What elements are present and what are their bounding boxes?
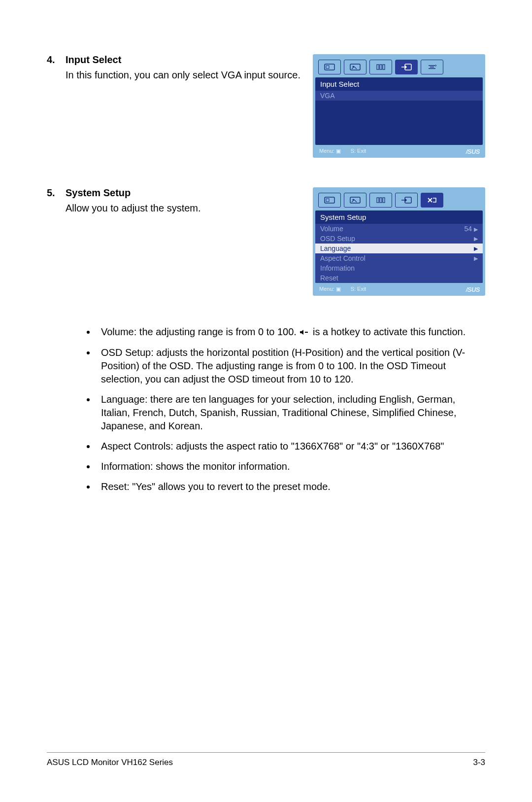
section-input-select: 4. Input Select In this function, you ca… <box>47 54 485 158</box>
osd-row-language: Language▶ <box>315 244 483 253</box>
osd-tab-setup-icon <box>421 193 443 208</box>
svg-rect-9 <box>326 199 329 202</box>
footer-page-number: 3-3 <box>473 758 485 767</box>
list-item: OSD Setup: adjusts the horizontal postit… <box>96 346 485 386</box>
section-title: System Setup <box>66 187 131 199</box>
osd-footer-menu: Menu: ▣ <box>319 286 341 292</box>
footer-product: ASUS LCD Monitor VH162 Series <box>47 758 173 767</box>
osd-footer-menu: Menu: ▣ <box>319 148 341 154</box>
volume-down-icon <box>299 326 310 339</box>
svg-rect-16 <box>305 332 308 333</box>
section-number: 5. <box>47 187 57 202</box>
osd-panel-input-select: Input Select VGA Menu: ▣ S: Exit /SUS <box>313 54 485 158</box>
svg-rect-13 <box>380 198 382 203</box>
osd-title: Input Select <box>315 77 483 91</box>
svg-rect-6 <box>383 65 385 70</box>
page-footer: ASUS LCD Monitor VH162 Series 3-3 <box>47 752 485 767</box>
section-description: Allow you to adjust the system. <box>66 202 303 215</box>
list-item: Reset: "Yes" allows you to revert to the… <box>96 480 485 493</box>
osd-footer-exit: S: Exit <box>351 286 366 292</box>
osd-tab-input-icon <box>395 60 418 74</box>
osd-tab-splendid-icon <box>318 60 341 74</box>
svg-rect-12 <box>377 198 379 203</box>
asus-logo: /SUS <box>466 286 480 293</box>
section-number: 4. <box>47 54 57 69</box>
osd-footer-exit: S: Exit <box>351 148 366 154</box>
section-system-setup: 5. System Setup Allow you to adjust the … <box>47 187 485 296</box>
list-item: Volume: the adjusting range is from 0 to… <box>96 325 485 339</box>
list-item: Aspect Controls: adjusts the aspect rati… <box>96 440 485 453</box>
osd-row-aspect: Aspect Control▶ <box>315 253 483 263</box>
svg-rect-14 <box>383 198 385 203</box>
osd-tab-setup-icon <box>421 60 443 74</box>
osd-tab-color-icon <box>369 60 392 74</box>
osd-row-volume: Volume54 ▶ <box>315 224 483 234</box>
osd-row-osd-setup: OSD Setup▶ <box>315 234 483 244</box>
section-title: Input Select <box>66 54 121 66</box>
osd-panel-system-setup: System Setup Volume54 ▶ OSD Setup▶ Langu… <box>313 187 485 296</box>
osd-row-vga: VGA <box>315 91 483 101</box>
osd-tab-input-icon <box>395 193 418 208</box>
svg-rect-5 <box>380 65 382 70</box>
list-item: Information: shows the monitor informati… <box>96 460 485 473</box>
svg-rect-1 <box>326 66 329 69</box>
osd-tab-image-icon <box>344 60 366 74</box>
osd-tab-image-icon <box>344 193 366 208</box>
svg-rect-10 <box>350 197 360 203</box>
svg-rect-2 <box>350 64 360 70</box>
osd-tab-splendid-icon <box>318 193 341 208</box>
osd-title: System Setup <box>315 210 483 224</box>
svg-rect-4 <box>377 65 379 70</box>
asus-logo: /SUS <box>466 148 480 155</box>
list-item: Language: there are ten languages for yo… <box>96 393 485 433</box>
bullet-list: Volume: the adjusting range is from 0 to… <box>47 325 485 493</box>
osd-row-reset: Reset <box>315 273 483 283</box>
osd-tab-color-icon <box>369 193 392 208</box>
osd-row-info: Information <box>315 263 483 273</box>
section-description: In this function, you can only select VG… <box>66 69 303 82</box>
